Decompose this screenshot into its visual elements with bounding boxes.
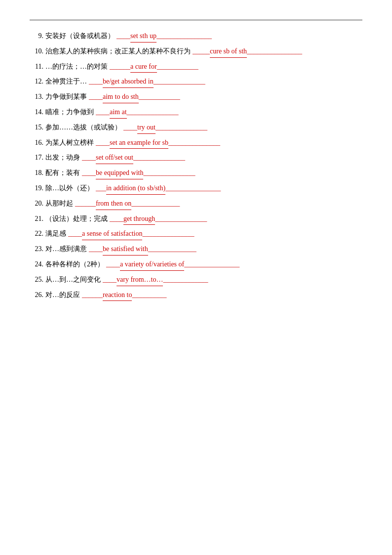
item-number: 25. xyxy=(30,274,43,286)
item-number: 17. xyxy=(30,152,43,164)
blank-after: ____________ xyxy=(139,91,180,103)
list-item: 13.力争做到某事____aim to do sth____________ xyxy=(30,91,362,103)
chinese-text: 瞄准；力争做到 xyxy=(45,106,94,118)
blank-before: ______ xyxy=(110,61,130,73)
chinese-text: 安装好（设备或机器） xyxy=(45,30,115,42)
chinese-text: 各种各样的（2种） xyxy=(45,258,104,270)
blank-after: __________ xyxy=(132,289,166,301)
english-phrase: be equipped with xyxy=(96,167,143,179)
item-content: 对…的反应______reaction to__________ xyxy=(45,289,166,301)
blank-before: ____ xyxy=(106,258,120,270)
item-content: 安装好（设备或机器）____set sth up________________ xyxy=(45,30,212,43)
item-content: 满足感____a sense of satisfaction__________… xyxy=(45,228,194,240)
blank-before: ___ xyxy=(96,182,106,194)
chinese-text: …的疗法；…的对策 xyxy=(45,61,108,73)
item-number: 13. xyxy=(30,91,43,103)
list-item: 21.（设法）处理；完成____get through_____________… xyxy=(30,213,362,225)
list-item: 12.全神贯注于…____be/get absorbed in_________… xyxy=(30,76,362,88)
chinese-text: 为某人树立榜样 xyxy=(45,137,94,149)
english-phrase: cure sb of sth xyxy=(210,45,247,58)
list-item: 26.对…的反应______reaction to__________ xyxy=(30,289,362,301)
item-number: 18. xyxy=(30,167,43,179)
english-phrase: aim to do sth xyxy=(103,91,139,103)
blank-before: ______ xyxy=(82,289,103,301)
blank-before: ____ xyxy=(103,274,117,286)
list-item: 9.安装好（设备或机器）____set sth up______________… xyxy=(30,30,362,43)
blank-before: ____ xyxy=(89,91,103,103)
item-content: 配有；装有____be equipped with_______________ xyxy=(45,167,195,179)
english-phrase: be/get absorbed in xyxy=(103,76,154,88)
item-number: 12. xyxy=(30,76,43,87)
english-phrase: a cure for xyxy=(130,61,157,73)
chinese-text: 除…以外（还） xyxy=(45,182,94,194)
list-item: 20.从那时起______from then on______________ xyxy=(30,198,362,210)
blank-before: ____ xyxy=(82,167,96,179)
item-number: 11. xyxy=(30,61,43,73)
chinese-text: 出发；动身 xyxy=(45,152,80,164)
item-number: 19. xyxy=(30,182,43,194)
english-phrase: set off/set out xyxy=(96,152,133,164)
list-item: 17.出发；动身____set off/set out_____________… xyxy=(30,152,362,164)
blank-after: ________________ xyxy=(165,182,221,194)
chinese-text: 参加……选拔（或试验） xyxy=(45,122,121,133)
english-phrase: get through xyxy=(123,213,155,225)
item-content: …的疗法；…的对策______a cure for____________ xyxy=(45,61,198,73)
item-content: 为某人树立榜样____set an example for sb________… xyxy=(45,137,220,149)
blank-before: ____ xyxy=(82,152,96,164)
blank-before: ____ xyxy=(89,76,103,87)
list-item: 16.为某人树立榜样____set an example for sb_____… xyxy=(30,137,362,149)
chinese-text: 满足感 xyxy=(45,228,66,240)
english-phrase: try out xyxy=(137,122,156,134)
list-item: 19.除…以外（还）___in addition (to sb/sth)____… xyxy=(30,182,362,195)
blank-after: _______________ xyxy=(143,167,195,179)
chinese-text: （设法）处理；完成 xyxy=(45,213,108,225)
list-item: 18.配有；装有____be equipped with____________… xyxy=(30,167,362,179)
blank-after: _______________ xyxy=(168,137,220,149)
item-content: 从…到…之间变化____vary from…to…_____________ xyxy=(45,274,208,286)
blank-before: ______ xyxy=(75,198,96,210)
chinese-text: 治愈某人的某种疾病；改正某人的某种不良行为 xyxy=(45,45,191,57)
item-content: 力争做到某事____aim to do sth____________ xyxy=(45,91,180,103)
chinese-text: 全神贯注于… xyxy=(45,76,87,87)
blank-after: ______________ xyxy=(131,198,180,210)
list-item: 11.…的疗法；…的对策______a cure for____________ xyxy=(30,61,362,73)
item-content: 除…以外（还）___in addition (to sb/sth)_______… xyxy=(45,182,221,195)
item-content: 治愈某人的某种疾病；改正某人的某种不良行为_____cure sb of sth… xyxy=(45,45,302,58)
blank-before: _____ xyxy=(193,45,210,57)
list-item: 25.从…到…之间变化____vary from…to…____________… xyxy=(30,274,362,286)
phrase-list: 9.安装好（设备或机器）____set sth up______________… xyxy=(30,30,362,301)
english-phrase: vary from…to… xyxy=(117,274,163,286)
list-item: 24.各种各样的（2种）____a variety of/varieties o… xyxy=(30,258,362,271)
item-number: 24. xyxy=(30,258,43,270)
item-content: （设法）处理；完成____get through_______________ xyxy=(45,213,207,225)
list-item: 15.参加……选拔（或试验）____try out_______________ xyxy=(30,122,362,134)
item-number: 9. xyxy=(30,30,43,42)
blank-before: ____ xyxy=(68,228,82,240)
list-item: 22.满足感____a sense of satisfaction_______… xyxy=(30,228,362,240)
english-phrase: a variety of/varieties of xyxy=(120,258,184,271)
item-content: 出发；动身____set off/set out_______________ xyxy=(45,152,185,164)
blank-before: ____ xyxy=(117,30,130,42)
item-number: 20. xyxy=(30,198,43,210)
blank-after: _______________ xyxy=(154,76,205,87)
chinese-text: 对…感到满意 xyxy=(45,243,87,255)
blank-before: ____ xyxy=(96,106,110,118)
blank-after: _______________ xyxy=(127,106,179,118)
blank-after: _______________ xyxy=(156,122,207,133)
item-content: 参加……选拔（或试验）____try out_______________ xyxy=(45,122,207,134)
item-number: 16. xyxy=(30,137,43,149)
english-phrase: set an example for sb xyxy=(110,137,168,149)
blank-after: _____________ xyxy=(163,274,208,286)
item-number: 15. xyxy=(30,122,43,133)
item-number: 23. xyxy=(30,243,43,255)
blank-before: ____ xyxy=(123,122,137,133)
top-divider xyxy=(30,20,362,20)
list-item: 23.对…感到满意____be satisfied with__________… xyxy=(30,243,362,256)
chinese-text: 力争做到某事 xyxy=(45,91,87,103)
chinese-text: 配有；装有 xyxy=(45,167,80,179)
blank-after: ________________ xyxy=(184,258,239,270)
item-number: 22. xyxy=(30,228,43,240)
english-phrase: aim at xyxy=(110,106,127,119)
english-phrase: from then on xyxy=(96,198,131,210)
english-phrase: reaction to xyxy=(103,289,132,301)
